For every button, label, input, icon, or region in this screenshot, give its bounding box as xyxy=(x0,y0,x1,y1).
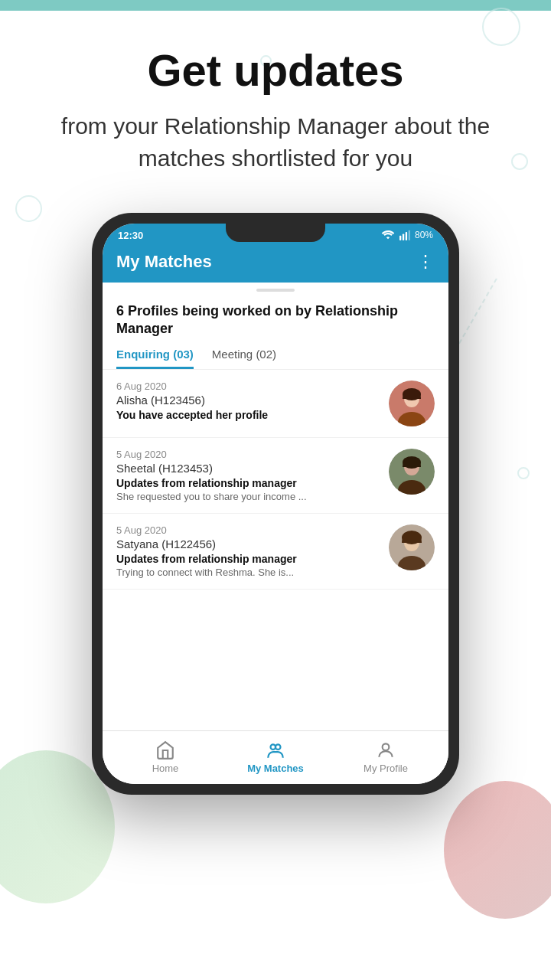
profile-info-2: 5 Aug 2020 Sheetal (H123453) Updates fro… xyxy=(116,449,380,502)
nav-profile-label: My Profile xyxy=(364,763,408,774)
profile-date-2: 5 Aug 2020 xyxy=(116,449,380,460)
profile-info-1: 6 Aug 2020 Alisha (H123456) You have acc… xyxy=(116,381,380,423)
avatar-2 xyxy=(389,449,435,495)
phone-mockup: 12:30 80% xyxy=(0,213,551,795)
hero-section: Get updates from your Relationship Manag… xyxy=(0,0,551,198)
wifi-icon xyxy=(381,230,395,240)
status-time: 12:30 xyxy=(118,230,143,241)
profile-icon xyxy=(376,740,396,760)
matches-icon xyxy=(266,740,285,760)
profile-date-3: 5 Aug 2020 xyxy=(116,524,380,536)
nav-profile[interactable]: My Profile xyxy=(331,740,441,774)
status-icons: 80% xyxy=(381,230,433,240)
app-header-title: My Matches xyxy=(116,252,212,272)
svg-rect-3 xyxy=(409,230,410,240)
nav-matches[interactable]: My Matches xyxy=(220,740,331,774)
hero-subtitle: from your Relationship Manager about the… xyxy=(31,110,520,175)
bottom-nav: Home My Matches xyxy=(103,730,448,784)
hero-title: Get updates xyxy=(31,46,520,95)
svg-rect-0 xyxy=(399,236,401,240)
profile-date-1: 6 Aug 2020 xyxy=(116,381,380,392)
profile-status-3: Updates from relationship manager xyxy=(116,553,380,565)
phone-content: 6 Profiles being worked on by Relationsh… xyxy=(103,283,448,784)
avatar-1 xyxy=(389,381,435,426)
menu-dots-icon[interactable]: ⋮ xyxy=(417,252,435,272)
content-card: 6 Profiles being worked on by Relationsh… xyxy=(103,283,448,730)
nav-matches-label: My Matches xyxy=(247,763,304,774)
nav-home[interactable]: Home xyxy=(110,740,220,774)
avatar-3 xyxy=(389,524,435,570)
profile-item-1[interactable]: 6 Aug 2020 Alisha (H123456) You have acc… xyxy=(103,370,448,438)
home-icon xyxy=(155,740,175,760)
svg-rect-2 xyxy=(406,232,407,240)
profile-name-3: Satyana (H122456) xyxy=(116,537,380,550)
svg-point-17 xyxy=(276,745,281,750)
profiles-heading: 6 Profiles being worked on by Relationsh… xyxy=(103,295,448,341)
scroll-bar xyxy=(256,289,295,292)
profile-status-2: Updates from relationship manager xyxy=(116,477,380,489)
profile-info-3: 5 Aug 2020 Satyana (H122456) Updates fro… xyxy=(116,524,380,578)
svg-point-18 xyxy=(383,744,390,751)
profile-sub-2: She requested you to share your income .… xyxy=(116,491,380,502)
svg-rect-1 xyxy=(403,234,404,241)
nav-home-label: Home xyxy=(152,763,179,774)
app-header: My Matches ⋮ xyxy=(103,244,448,283)
battery-level: 80% xyxy=(415,230,433,240)
tab-meeting[interactable]: Meeting (02) xyxy=(212,348,276,369)
scroll-indicator xyxy=(103,283,448,295)
profile-item-3[interactable]: 5 Aug 2020 Satyana (H122456) Updates fro… xyxy=(103,514,448,590)
profile-status-1: You have accepted her profile xyxy=(116,409,380,421)
deco-blob-right xyxy=(444,781,551,919)
phone-screen: 12:30 80% xyxy=(103,224,448,784)
profile-item-2[interactable]: 5 Aug 2020 Sheetal (H123453) Updates fro… xyxy=(103,438,448,514)
notch xyxy=(226,224,325,242)
status-bar: 12:30 80% xyxy=(103,224,448,244)
tabs-row: Enquiring (03) Meeting (02) xyxy=(103,341,448,370)
profile-sub-3: Trying to connect with Reshma. She is... xyxy=(116,567,380,578)
tab-enquiring[interactable]: Enquiring (03) xyxy=(116,348,194,369)
signal-icon xyxy=(399,230,411,240)
profile-name-2: Sheetal (H123453) xyxy=(116,462,380,475)
profile-name-1: Alisha (H123456) xyxy=(116,394,380,407)
phone-outer-shell: 12:30 80% xyxy=(92,213,459,795)
